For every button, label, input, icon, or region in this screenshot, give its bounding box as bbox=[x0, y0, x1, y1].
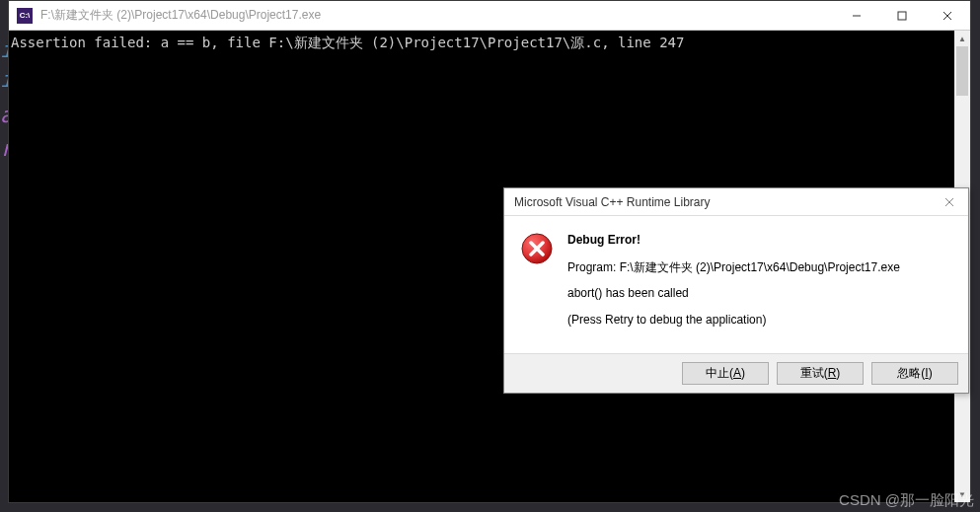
program-path: F:\新建文件夹 (2)\Project17\x64\Debug\Project… bbox=[620, 260, 900, 274]
dialog-titlebar[interactable]: Microsoft Visual C++ Runtime Library bbox=[504, 188, 968, 216]
scrollbar-thumb[interactable] bbox=[956, 46, 968, 96]
editor-gutter: i i a r bbox=[0, 0, 8, 512]
dialog-close-button[interactable] bbox=[935, 192, 964, 212]
console-titlebar[interactable]: C:\ F:\新建文件夹 (2)\Project17\x64\Debug\Pro… bbox=[9, 1, 970, 31]
dialog-message: Debug Error! Program: F:\新建文件夹 (2)\Proje… bbox=[567, 232, 900, 337]
retry-hint: (Press Retry to debug the application) bbox=[567, 312, 900, 328]
error-dialog: Microsoft Visual C++ Runtime Library bbox=[503, 187, 969, 394]
svg-rect-1 bbox=[898, 12, 906, 20]
close-button[interactable] bbox=[925, 1, 970, 30]
retry-button[interactable]: 重试(R) bbox=[777, 362, 864, 385]
scroll-down-button[interactable]: ▼ bbox=[954, 486, 970, 502]
app-icon: C:\ bbox=[17, 8, 33, 24]
dialog-heading: Debug Error! bbox=[567, 232, 900, 248]
abort-button[interactable]: 中止(A) bbox=[682, 362, 769, 385]
ignore-button[interactable]: 忽略(I) bbox=[871, 362, 958, 385]
program-label: Program: bbox=[567, 260, 616, 274]
scroll-up-button[interactable]: ▲ bbox=[954, 31, 970, 46]
error-icon bbox=[520, 232, 554, 265]
dialog-title: Microsoft Visual C++ Runtime Library bbox=[514, 195, 935, 209]
abort-message: abort() has been called bbox=[567, 285, 900, 301]
minimize-button[interactable] bbox=[834, 1, 879, 30]
window-title: F:\新建文件夹 (2)\Project17\x64\Debug\Project… bbox=[40, 7, 834, 24]
maximize-button[interactable] bbox=[879, 1, 925, 30]
dialog-button-bar: 中止(A) 重试(R) 忽略(I) bbox=[504, 353, 968, 393]
